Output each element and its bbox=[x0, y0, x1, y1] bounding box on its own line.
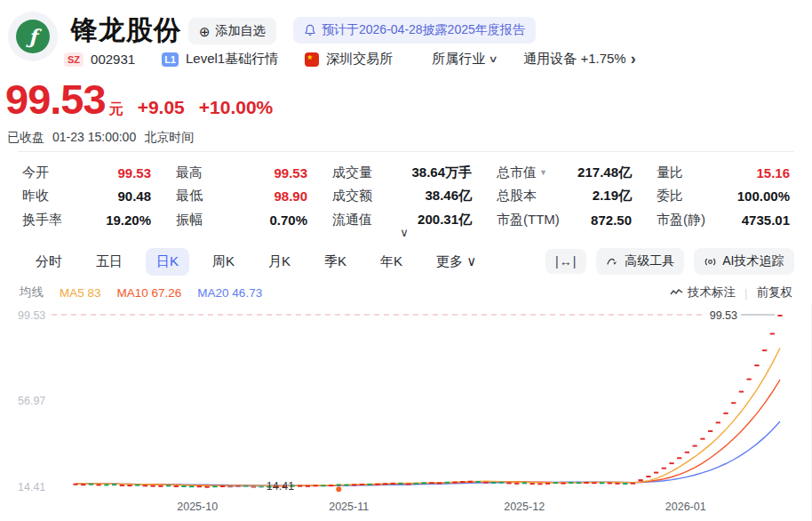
candle bbox=[437, 483, 442, 485]
last-price-label: 99.53 bbox=[710, 309, 737, 322]
dropdown-triangle-icon[interactable]: ▼ bbox=[539, 168, 547, 177]
section-divider bbox=[18, 151, 794, 152]
candle bbox=[514, 483, 519, 485]
candle bbox=[414, 483, 418, 485]
report-notice-banner[interactable]: 预计于2026-04-28披露2025年度报告 bbox=[293, 17, 536, 44]
quote-cell: 总股本2.19亿 bbox=[497, 185, 632, 209]
y-axis-label-2: 14.41 bbox=[18, 481, 45, 493]
candle bbox=[491, 482, 496, 484]
tab-day-k[interactable]: 日K bbox=[146, 248, 189, 276]
x-axis-label-0: 2025-10 bbox=[177, 501, 218, 513]
quote-cell: 换手率19.20% bbox=[22, 208, 151, 232]
candle bbox=[406, 484, 410, 485]
quote-value: 217.48亿 bbox=[577, 164, 632, 181]
vertical-divider: | bbox=[744, 286, 748, 300]
candle bbox=[368, 484, 372, 485]
quote-label: 昨收 bbox=[22, 188, 49, 204]
candlestick-chart[interactable]: 99.5356.9714.4114.4199.532025-102025-112… bbox=[0, 304, 812, 521]
industry-link[interactable]: 通用设备 +1.75% › bbox=[523, 50, 635, 68]
quote-time: 01-23 15:00:00 bbox=[52, 130, 136, 146]
ma5-line bbox=[76, 349, 780, 486]
candle bbox=[545, 483, 550, 485]
candle bbox=[476, 481, 481, 483]
ai-radar-icon bbox=[704, 255, 717, 269]
candle bbox=[383, 483, 387, 485]
candle bbox=[391, 483, 395, 485]
ma-legend-item-2[interactable]: MA20 46.73 bbox=[197, 286, 262, 300]
candle bbox=[608, 483, 612, 485]
measure-button[interactable]: |↔| bbox=[545, 249, 586, 274]
quote-cell[interactable]: 总市值▼217.48亿 bbox=[497, 161, 632, 185]
tab-quarter-k[interactable]: 季K bbox=[314, 248, 357, 276]
level-text: Level1基础行情 bbox=[186, 51, 278, 68]
candle bbox=[298, 485, 302, 487]
adjust-mode-selector[interactable]: 前复权 bbox=[757, 285, 793, 301]
ma-legend-item-0[interactable]: MA5 83 bbox=[60, 286, 101, 300]
quote-label: 市盈(静) bbox=[657, 212, 705, 228]
stock-quote-page: ƒ 锋龙股份 ⊕ 添加自选 预计于2026-04-28披露2025年度报告 SZ… bbox=[0, 0, 812, 521]
chevron-down-icon: ∨ bbox=[489, 53, 498, 65]
add-watchlist-button[interactable]: ⊕ 添加自选 bbox=[188, 18, 276, 44]
candle bbox=[73, 484, 77, 485]
quote-label: 换手率 bbox=[22, 212, 62, 228]
candle bbox=[522, 482, 527, 484]
industry-dropdown[interactable]: 所属行业 ∨ bbox=[432, 51, 497, 68]
candle bbox=[754, 365, 759, 366]
candle bbox=[197, 485, 202, 487]
candle bbox=[329, 485, 333, 486]
current-price: 99.53 bbox=[5, 75, 106, 124]
tab-month-k[interactable]: 月K bbox=[258, 248, 301, 276]
candle bbox=[375, 484, 379, 485]
quote-grid: 今开99.53昨收90.48换手率19.20%最高99.53最低98.90振幅0… bbox=[22, 161, 790, 232]
candle bbox=[561, 483, 565, 485]
quote-label: 最低 bbox=[176, 188, 203, 204]
quote-value: 0.70% bbox=[269, 212, 307, 228]
tab-minute[interactable]: 分时 bbox=[25, 248, 73, 276]
tech-annotation-label: 技术标注 bbox=[688, 285, 736, 301]
candle bbox=[212, 485, 217, 487]
collapse-grid-chevron[interactable]: ∨ bbox=[391, 226, 418, 242]
advanced-tools-button[interactable]: 高级工具 bbox=[596, 248, 684, 275]
stock-name: 锋龙股份 bbox=[71, 12, 181, 49]
low-marker-label: 14.41 bbox=[267, 480, 294, 493]
quote-value: 4735.01 bbox=[742, 212, 790, 228]
x-axis-label-1: 2025-11 bbox=[329, 501, 369, 513]
candle bbox=[600, 482, 604, 484]
candle bbox=[770, 333, 775, 335]
timezone-label: 北京时间 bbox=[144, 130, 194, 146]
candle bbox=[553, 482, 558, 484]
quote-cell: 成交额38.46亿 bbox=[332, 185, 472, 209]
quote-value: 872.50 bbox=[591, 212, 632, 228]
add-watchlist-label: 添加自选 bbox=[216, 23, 266, 39]
y-axis-label-0: 99.53 bbox=[18, 309, 45, 322]
report-notice-text: 预计于2026-04-28披露2025年度报告 bbox=[322, 22, 525, 38]
candle bbox=[429, 482, 434, 484]
ai-tracking-button[interactable]: AI技术追踪 bbox=[694, 248, 793, 275]
quote-label: 成交量 bbox=[332, 164, 372, 181]
china-flag-icon: ★ bbox=[305, 52, 319, 67]
candle bbox=[422, 482, 426, 484]
quote-label: 最高 bbox=[176, 164, 203, 181]
stock-meta-row: SZ 002931 L1 Level1基础行情 ★ 深圳交易所 所属行业 ∨ 通… bbox=[64, 50, 636, 68]
candle bbox=[646, 476, 650, 477]
candle bbox=[639, 479, 643, 481]
tab-year-k[interactable]: 年K bbox=[370, 248, 413, 276]
quote-label: 市盈(TTM) bbox=[497, 212, 560, 228]
event-dot-marker[interactable] bbox=[336, 486, 341, 492]
tech-annotation-toggle[interactable]: 技术标注 bbox=[670, 285, 736, 301]
candle bbox=[452, 482, 457, 484]
tab-five-day[interactable]: 五日 bbox=[85, 248, 133, 276]
candle bbox=[398, 483, 402, 485]
candle bbox=[662, 468, 666, 469]
measure-icon: |↔| bbox=[555, 254, 577, 269]
quote-value: 99.53 bbox=[117, 165, 151, 180]
ma-legend-item-1[interactable]: MA10 67.26 bbox=[117, 286, 182, 300]
company-logo-glyph: ƒ bbox=[16, 20, 50, 53]
quote-cell: 最低98.90 bbox=[176, 185, 307, 209]
candle bbox=[174, 485, 179, 487]
tab-week-k[interactable]: 周K bbox=[202, 248, 245, 276]
candle bbox=[360, 484, 364, 485]
advanced-tools-label: 高级工具 bbox=[625, 253, 674, 269]
candle bbox=[623, 483, 627, 485]
tab-more[interactable]: 更多 ∨ bbox=[426, 248, 487, 276]
